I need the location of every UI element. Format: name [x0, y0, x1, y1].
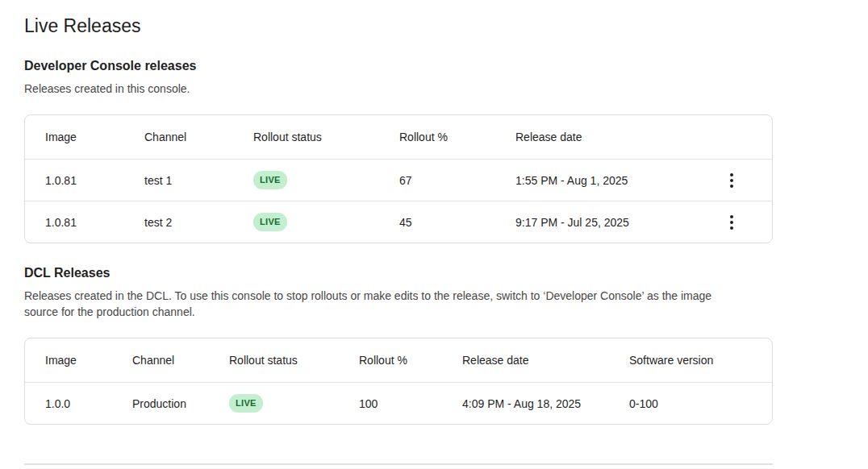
table-row: 1.0.81 test 2 LIVE 45 9:17 PM - Jul 25, … [25, 201, 772, 243]
table-row: 1.0.0 Production LIVE 100 4:09 PM - Aug … [25, 382, 772, 424]
developer-console-releases-table: Image Channel Rollout status Rollout % R… [24, 114, 773, 243]
table-row: 1.0.81 test 1 LIVE 67 1:55 PM - Aug 1, 2… [25, 159, 772, 201]
cell-rollout-status: LIVE [229, 394, 359, 413]
table-header-row: Image Channel Rollout status Rollout % R… [25, 338, 772, 382]
cell-software-version: 0-100 [629, 397, 772, 410]
bottom-divider [24, 463, 773, 465]
kebab-menu-icon [730, 215, 733, 230]
dcl-releases-section: DCL Releases Releases created in the DCL… [24, 265, 868, 425]
column-header-software-version: Software version [629, 354, 772, 367]
cell-actions [691, 208, 772, 237]
live-status-badge: LIVE [229, 394, 263, 413]
cell-rollout-status: LIVE [253, 213, 399, 231]
more-options-button[interactable] [717, 208, 746, 237]
column-header-image: Image [45, 354, 132, 367]
dcl-releases-table: Image Channel Rollout status Rollout % R… [24, 338, 773, 425]
cell-release-date: 4:09 PM - Aug 18, 2025 [462, 397, 629, 410]
cell-rollout-percent: 45 [399, 216, 515, 229]
column-header-channel: Channel [144, 131, 253, 143]
kebab-menu-icon [730, 173, 733, 188]
column-header-rollout-percent: Rollout % [399, 131, 515, 143]
cell-rollout-percent: 100 [359, 397, 462, 410]
column-header-channel: Channel [132, 354, 229, 367]
column-header-release-date: Release date [515, 131, 691, 143]
developer-console-releases-section: Developer Console releases Releases crea… [24, 58, 868, 243]
cell-actions [691, 166, 772, 195]
cell-image: 1.0.0 [45, 397, 132, 410]
cell-release-date: 1:55 PM - Aug 1, 2025 [515, 174, 691, 187]
developer-console-releases-description: Releases created in this console. [24, 81, 742, 97]
page-title: Live Releases [24, 15, 868, 37]
more-options-button[interactable] [717, 166, 746, 195]
column-header-release-date: Release date [462, 354, 629, 367]
live-status-badge: LIVE [253, 171, 287, 189]
column-header-rollout-status: Rollout status [253, 131, 399, 143]
column-header-rollout-percent: Rollout % [359, 354, 462, 367]
cell-image: 1.0.81 [45, 216, 144, 229]
live-status-badge: LIVE [253, 213, 287, 231]
cell-channel: Production [132, 397, 229, 410]
table-header-row: Image Channel Rollout status Rollout % R… [25, 115, 772, 159]
developer-console-releases-heading: Developer Console releases [24, 58, 868, 74]
cell-rollout-percent: 67 [399, 174, 515, 187]
column-header-image: Image [45, 131, 144, 143]
cell-channel: test 1 [144, 174, 253, 187]
cell-release-date: 9:17 PM - Jul 25, 2025 [515, 216, 691, 229]
cell-rollout-status: LIVE [253, 171, 399, 189]
dcl-releases-description: Releases created in the DCL. To use this… [24, 288, 742, 320]
column-header-rollout-status: Rollout status [229, 354, 359, 367]
cell-image: 1.0.81 [45, 174, 144, 187]
live-releases-page: Live Releases Developer Console releases… [0, 0, 868, 465]
cell-channel: test 2 [144, 216, 253, 229]
dcl-releases-heading: DCL Releases [24, 265, 868, 281]
